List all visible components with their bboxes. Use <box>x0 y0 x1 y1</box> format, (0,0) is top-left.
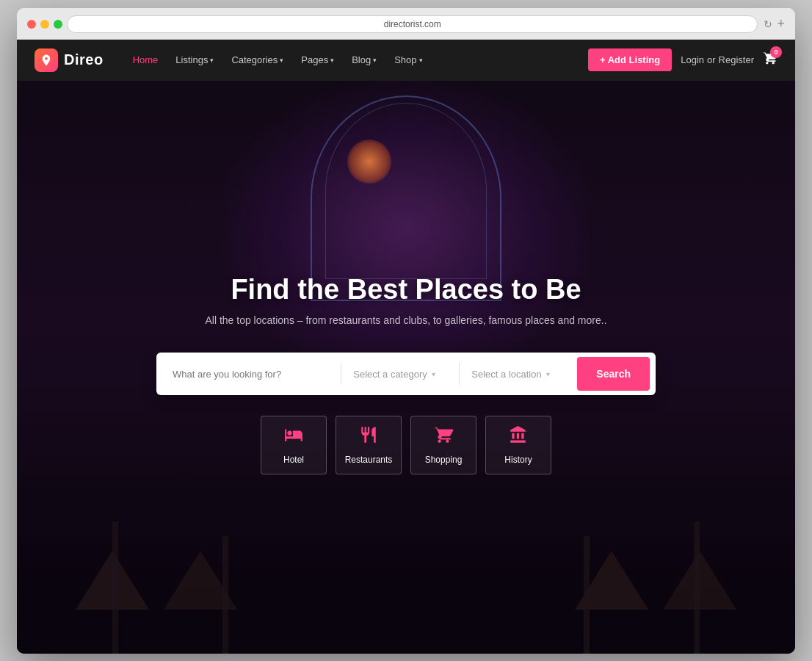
chevron-down-icon: ▾ <box>280 57 283 64</box>
hotel-icon <box>284 425 303 449</box>
register-link[interactable]: Register <box>719 54 754 65</box>
add-listing-button[interactable]: + Add Listing <box>588 48 672 71</box>
shopping-label: Shopping <box>425 455 463 465</box>
nav-item-blog[interactable]: Blog ▾ <box>344 48 384 71</box>
browser-controls: directorist.com ↻ + <box>27 15 785 33</box>
search-bar: Select a category ▾ Select a location ▾ … <box>156 353 656 395</box>
shopping-icon <box>434 425 453 449</box>
nav-links: Home Listings ▾ Categories ▾ Pages ▾ Blo… <box>126 48 588 71</box>
minimize-dot[interactable] <box>40 20 49 29</box>
new-tab-button[interactable]: + <box>777 16 785 32</box>
nav-right: + Add Listing Login or Register 0 <box>588 48 777 71</box>
chevron-down-icon: ▾ <box>546 370 550 378</box>
website: Direo Home Listings ▾ Categories ▾ Pages… <box>17 40 795 654</box>
nav-item-home[interactable]: Home <box>126 48 166 71</box>
nav-item-listings[interactable]: Listings ▾ <box>168 48 221 71</box>
category-select[interactable]: Select a category ▾ <box>341 369 459 380</box>
logo-icon <box>35 48 58 72</box>
category-icons: Hotel Restaurants <box>261 416 551 474</box>
nav-item-categories[interactable]: Categories ▾ <box>224 48 291 71</box>
logo[interactable]: Direo <box>35 48 104 72</box>
history-icon <box>509 425 528 449</box>
hero-title: Find the Best Places to Be <box>231 274 581 306</box>
location-placeholder: Select a location <box>471 369 541 380</box>
nav-auth: Login or Register <box>681 54 754 65</box>
restaurants-label: Restaurants <box>345 455 393 465</box>
navbar: Direo Home Listings ▾ Categories ▾ Pages… <box>17 40 795 81</box>
chevron-down-icon: ▾ <box>432 370 435 378</box>
cart-icon[interactable]: 0 <box>763 51 777 69</box>
maximize-dot[interactable] <box>54 20 62 29</box>
category-history[interactable]: History <box>485 416 551 474</box>
browser-window: directorist.com ↻ + Direo Home <box>17 8 795 654</box>
close-dot[interactable] <box>27 20 36 29</box>
login-link[interactable]: Login <box>681 54 704 65</box>
refresh-button[interactable]: ↻ <box>764 18 772 30</box>
hero-section: Find the Best Places to Be All the top l… <box>17 81 795 654</box>
chevron-down-icon: ▾ <box>210 57 214 64</box>
chevron-down-icon: ▾ <box>419 57 423 64</box>
restaurants-icon <box>359 425 378 449</box>
history-label: History <box>504 455 532 465</box>
chevron-down-icon: ▾ <box>330 57 334 64</box>
category-hotel[interactable]: Hotel <box>261 416 327 474</box>
search-input[interactable] <box>161 369 341 380</box>
nav-item-pages[interactable]: Pages ▾ <box>294 48 341 71</box>
auth-separator: or <box>707 54 716 65</box>
category-placeholder: Select a category <box>353 369 427 380</box>
logo-text: Direo <box>64 51 104 68</box>
hero-subtitle: All the top locations – from restaurants… <box>205 314 606 326</box>
category-shopping[interactable]: Shopping <box>410 416 476 474</box>
browser-chrome: directorist.com ↻ + <box>17 8 795 40</box>
nav-item-shop[interactable]: Shop ▾ <box>387 48 429 71</box>
category-restaurants[interactable]: Restaurants <box>336 416 402 474</box>
cart-badge: 0 <box>770 46 782 58</box>
search-button[interactable]: Search <box>577 357 650 391</box>
location-select[interactable]: Select a location ▾ <box>460 369 577 380</box>
hotel-label: Hotel <box>283 455 304 465</box>
address-bar[interactable]: directorist.com <box>67 15 758 33</box>
chevron-down-icon: ▾ <box>373 57 377 64</box>
